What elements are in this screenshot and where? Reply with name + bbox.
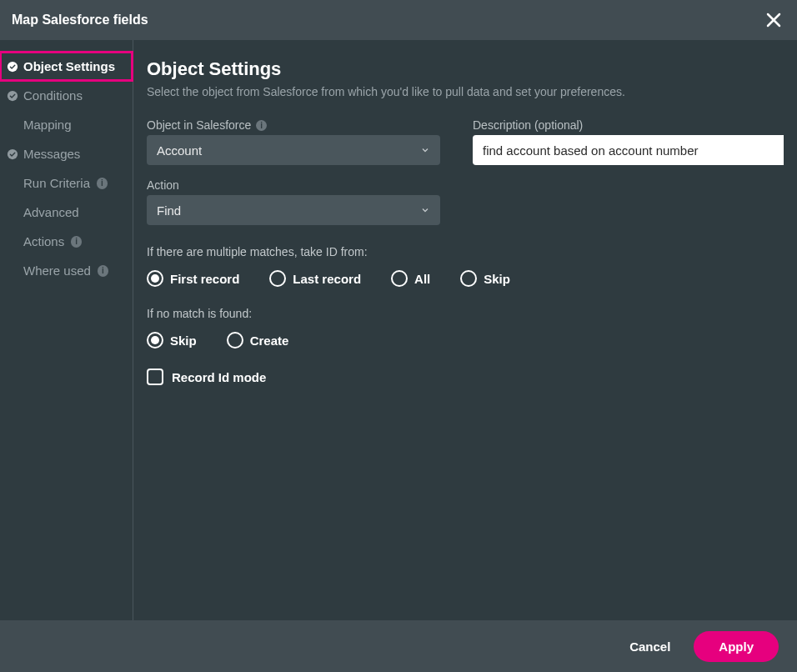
sidebar-item-label: Messages (23, 147, 80, 161)
svg-point-2 (8, 61, 18, 71)
sidebar-item-messages[interactable]: Messages (0, 139, 133, 168)
multi-match-radio-all[interactable]: All (391, 270, 430, 287)
apply-button[interactable]: Apply (694, 631, 779, 662)
no-match-radio-skip[interactable]: Skip (147, 332, 197, 349)
info-icon: i (71, 236, 82, 248)
radio-label: Create (250, 333, 289, 348)
check-icon (7, 178, 18, 189)
sidebar-item-label: Where used (23, 263, 91, 278)
chevron-down-icon (420, 203, 430, 218)
object-label: Object in Salesforce i (147, 118, 458, 132)
radio-circle (147, 270, 163, 287)
action-label: Action (147, 178, 464, 192)
multi-match-radio-skip[interactable]: Skip (460, 270, 510, 287)
page-title: Object Settings (147, 58, 784, 80)
sidebar-item-advanced[interactable]: Advanced (0, 198, 133, 227)
dialog-title: Map Salesforce fields (12, 13, 148, 28)
check-icon (7, 119, 18, 131)
dialog-footer: Cancel Apply (0, 620, 797, 672)
check-icon (7, 148, 18, 160)
description-input[interactable] (473, 135, 784, 165)
radio-circle (269, 270, 286, 287)
radio-label: Skip (484, 272, 510, 286)
sidebar-item-label: Run Criteria (23, 176, 90, 190)
sidebar-item-conditions[interactable]: Conditions (0, 81, 133, 110)
multi-match-radio-group: First recordLast recordAllSkip (147, 270, 784, 287)
svg-point-3 (8, 90, 18, 100)
no-match-label: If no match is found: (147, 307, 784, 320)
info-icon: i (97, 178, 108, 189)
sidebar-item-label: Object Settings (23, 59, 115, 73)
close-icon[interactable] (764, 10, 784, 30)
action-select[interactable]: Find (147, 195, 440, 225)
chevron-down-icon (420, 143, 430, 158)
object-select[interactable]: Account (147, 135, 440, 165)
svg-point-4 (8, 148, 18, 158)
radio-circle (391, 270, 408, 287)
multi-match-radio-first-record[interactable]: First record (147, 270, 239, 287)
radio-circle (227, 332, 243, 349)
radio-circle (460, 270, 477, 287)
sidebar: Object SettingsConditionsMappingMessages… (0, 40, 133, 620)
check-icon (7, 236, 18, 248)
sidebar-item-label: Advanced (23, 205, 79, 219)
check-icon (7, 61, 18, 73)
radio-label: First record (170, 272, 239, 286)
no-match-radio-group: SkipCreate (147, 332, 784, 349)
multi-match-label: If there are multiple matches, take ID f… (147, 245, 784, 258)
radio-label: Skip (170, 333, 197, 348)
page-subtitle: Select the object from Salesforce from w… (147, 85, 784, 98)
sidebar-item-label: Conditions (23, 88, 83, 103)
radio-label: Last record (293, 272, 361, 286)
radio-circle (147, 332, 163, 349)
sidebar-item-where-used[interactable]: Where usedi (0, 256, 133, 285)
action-select-value: Find (157, 203, 181, 218)
cancel-button[interactable]: Cancel (629, 639, 670, 654)
description-label: Description (optional) (473, 118, 784, 132)
titlebar: Map Salesforce fields (0, 0, 797, 40)
multi-match-radio-last-record[interactable]: Last record (269, 270, 361, 287)
sidebar-item-label: Mapping (23, 118, 72, 132)
radio-label: All (414, 272, 430, 286)
check-icon (7, 90, 18, 102)
checkbox-label: Record Id mode (172, 370, 266, 384)
sidebar-item-label: Actions (23, 234, 64, 248)
sidebar-item-run-criteria[interactable]: Run Criteriai (0, 168, 133, 198)
object-select-value: Account (157, 143, 202, 158)
sidebar-item-mapping[interactable]: Mapping (0, 110, 133, 139)
main-panel: Object Settings Select the object from S… (133, 40, 797, 620)
record-id-mode-checkbox[interactable]: Record Id mode (147, 369, 784, 385)
sidebar-item-actions[interactable]: Actionsi (0, 227, 133, 256)
checkbox-box (147, 369, 163, 385)
no-match-radio-create[interactable]: Create (227, 332, 289, 349)
sidebar-item-object-settings[interactable]: Object Settings (0, 52, 133, 81)
check-icon (7, 207, 18, 218)
check-icon (7, 265, 18, 277)
info-icon[interactable]: i (256, 120, 267, 131)
info-icon: i (98, 265, 108, 277)
